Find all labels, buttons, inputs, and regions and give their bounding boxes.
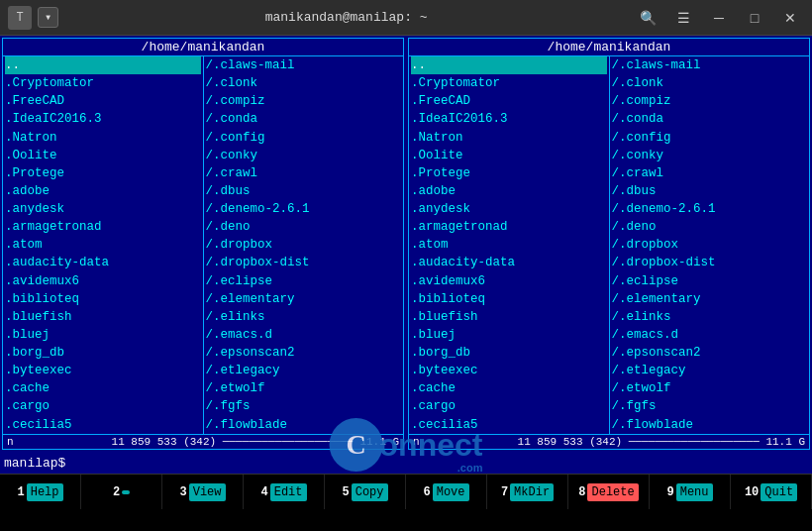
list-item[interactable]: .borg_db [5, 344, 201, 362]
list-item[interactable]: /.dbus [612, 182, 808, 200]
list-item[interactable]: .Oolite [411, 147, 607, 164]
list-item[interactable]: /.conda [206, 110, 402, 128]
minimize-button[interactable]: ─ [705, 4, 733, 32]
list-item[interactable]: /.epsonscan2 [206, 344, 402, 362]
list-item[interactable]: /.elinks [206, 308, 402, 326]
list-item[interactable]: .avidemux6 [5, 272, 201, 290]
list-item[interactable]: /.etlegacy [612, 362, 808, 379]
fkey-9[interactable]: 9Menu [650, 475, 731, 509]
list-item[interactable]: /.compiz [612, 92, 808, 110]
list-item[interactable]: .Cryptomator [411, 74, 607, 92]
list-item[interactable]: .biblioteq [411, 290, 607, 308]
list-item[interactable]: .adobe [411, 182, 607, 200]
fkey-1[interactable]: 1Help [0, 475, 81, 509]
list-item[interactable]: .byteexec [411, 362, 607, 379]
list-item[interactable]: /.flowblade [612, 416, 808, 434]
list-item[interactable]: /.elementary [612, 290, 808, 308]
list-item[interactable]: /.conky [206, 147, 402, 164]
list-item[interactable]: .IdeaIC2016.3 [5, 110, 201, 128]
list-item[interactable]: /.claws-mail [612, 56, 808, 74]
list-item[interactable]: /.emacs.d [612, 326, 808, 344]
list-item[interactable]: .. [411, 56, 607, 74]
list-item[interactable]: /.etlegacy [206, 362, 402, 379]
list-item[interactable]: .audacity-data [411, 254, 607, 271]
fkey-7[interactable]: 7MkDir [487, 475, 568, 509]
menu-button[interactable]: ☰ [669, 4, 697, 32]
list-item[interactable]: .Protege [411, 164, 607, 182]
maximize-button[interactable]: □ [741, 4, 768, 32]
list-item[interactable]: .Protege [5, 164, 201, 182]
list-item[interactable]: /.claws-mail [206, 56, 402, 74]
list-item[interactable]: /.dropbox-dist [612, 254, 808, 271]
list-item[interactable]: .audacity-data [5, 254, 201, 271]
list-item[interactable]: .Natron [411, 129, 607, 147]
list-item[interactable]: .cargo [411, 397, 607, 415]
list-item[interactable]: .biblioteq [5, 290, 201, 308]
list-item[interactable]: .atom [5, 236, 201, 254]
list-item[interactable]: /.eclipse [206, 272, 402, 290]
list-item[interactable]: /.epsonscan2 [612, 344, 808, 362]
list-item[interactable]: /.dropbox-dist [206, 254, 402, 271]
list-item[interactable]: /.compiz [206, 92, 402, 110]
list-item[interactable]: /.etwolf [206, 379, 402, 397]
list-item[interactable]: /.fgfs [206, 397, 402, 415]
list-item[interactable]: .cache [411, 379, 607, 397]
list-item[interactable]: .adobe [5, 182, 201, 200]
list-item[interactable]: .Natron [5, 129, 201, 147]
list-item[interactable]: /.conda [612, 110, 808, 128]
close-button[interactable]: ✕ [776, 4, 804, 32]
fkey-2[interactable]: 2 [81, 475, 162, 509]
list-item[interactable]: /.elinks [612, 308, 808, 326]
list-item[interactable]: /.conky [612, 147, 808, 164]
list-item[interactable]: /.clonk [612, 74, 808, 92]
list-item[interactable]: .bluej [411, 326, 607, 344]
list-item[interactable]: .FreeCAD [411, 92, 607, 110]
list-item[interactable]: /.emacs.d [206, 326, 402, 344]
list-item[interactable]: .avidemux6 [411, 272, 607, 290]
list-item[interactable]: .bluej [5, 326, 201, 344]
list-item[interactable]: .cecilia5 [5, 416, 201, 434]
list-item[interactable]: /.dbus [206, 182, 402, 200]
fkey-6[interactable]: 6Move [406, 475, 487, 509]
list-item[interactable]: .borg_db [411, 344, 607, 362]
list-item[interactable]: /.elementary [206, 290, 402, 308]
list-item[interactable]: .cecilia5 [411, 416, 607, 434]
input-line[interactable]: manilap$ [0, 452, 812, 474]
list-item[interactable]: /.denemo-2.6.1 [612, 200, 808, 218]
list-item[interactable]: .FreeCAD [5, 92, 201, 110]
list-item[interactable]: /.dropbox [612, 236, 808, 254]
list-item[interactable]: .. [5, 56, 201, 74]
fkey-3[interactable]: 3View [162, 475, 244, 509]
list-item[interactable]: /.flowblade [206, 416, 402, 434]
list-item[interactable]: .IdeaIC2016.3 [411, 110, 607, 128]
list-item[interactable]: /.clonk [206, 74, 402, 92]
list-item[interactable]: /.config [206, 129, 402, 147]
list-item[interactable]: /.denemo-2.6.1 [206, 200, 402, 218]
list-item[interactable]: .bluefish [5, 308, 201, 326]
list-item[interactable]: /.dropbox [206, 236, 402, 254]
list-item[interactable]: /.fgfs [612, 397, 808, 415]
list-item[interactable]: .armagetronad [411, 218, 607, 236]
list-item[interactable]: /.deno [206, 218, 402, 236]
list-item[interactable]: /.config [612, 129, 808, 147]
list-item[interactable]: /.etwolf [612, 379, 808, 397]
list-item[interactable]: .anydesk [5, 200, 201, 218]
list-item[interactable]: .cache [5, 379, 201, 397]
list-item[interactable]: /.deno [612, 218, 808, 236]
list-item[interactable]: .atom [411, 236, 607, 254]
title-dropdown[interactable]: ▾ [38, 7, 58, 28]
list-item[interactable]: /.crawl [612, 164, 808, 182]
list-item[interactable]: .byteexec [5, 362, 201, 379]
list-item[interactable]: .cargo [5, 397, 201, 415]
list-item[interactable]: .anydesk [411, 200, 607, 218]
fkey-8[interactable]: 8Delete [568, 475, 650, 509]
search-button[interactable]: 🔍 [634, 4, 661, 32]
fkey-4[interactable]: 4Edit [244, 475, 325, 509]
list-item[interactable]: .bluefish [411, 308, 607, 326]
fkey-5[interactable]: 5Copy [325, 475, 406, 509]
list-item[interactable]: .Cryptomator [5, 74, 201, 92]
list-item[interactable]: /.eclipse [612, 272, 808, 290]
list-item[interactable]: .armagetronad [5, 218, 201, 236]
list-item[interactable]: /.crawl [206, 164, 402, 182]
list-item[interactable]: .Oolite [5, 147, 201, 164]
